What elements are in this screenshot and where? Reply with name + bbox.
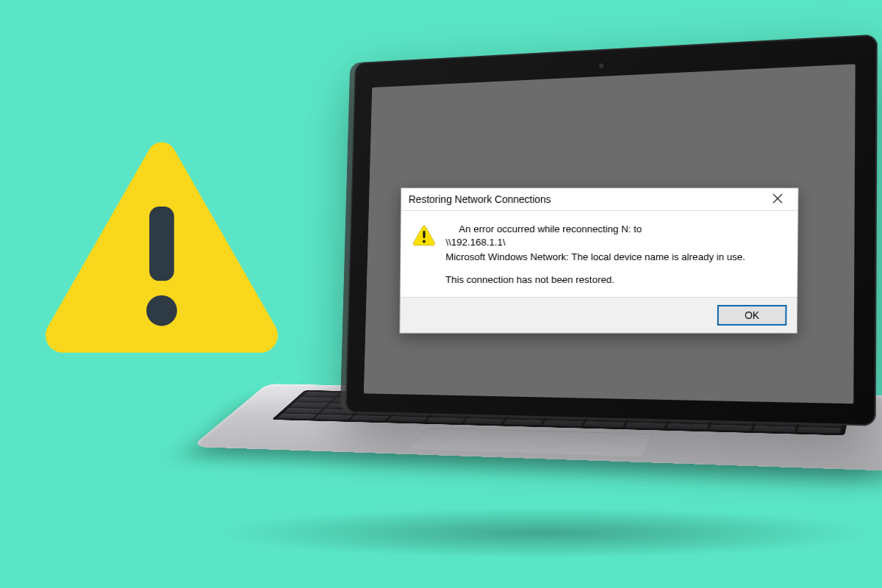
- trackpad: [409, 428, 654, 457]
- error-path: \\192.168.1.1\: [445, 236, 783, 249]
- dialog-footer: OK: [400, 297, 797, 333]
- error-dialog: Restoring Network Connections An error o…: [399, 187, 798, 334]
- dialog-message: An error occurred while reconnecting N: …: [445, 223, 784, 287]
- svg-rect-0: [149, 207, 174, 281]
- svg-rect-4: [423, 231, 425, 238]
- dialog-title: Restoring Network Connections: [409, 193, 551, 205]
- error-detail: Microsoft Windows Network: The local dev…: [445, 251, 783, 264]
- svg-point-5: [423, 240, 426, 243]
- close-icon: [772, 193, 783, 204]
- ok-button[interactable]: OK: [717, 305, 787, 326]
- warning-icon: [412, 223, 437, 287]
- error-summary: This connection has not been restored.: [445, 273, 783, 287]
- svg-point-1: [146, 295, 177, 326]
- dialog-titlebar[interactable]: Restoring Network Connections: [401, 188, 798, 211]
- close-button[interactable]: [763, 193, 792, 206]
- error-line-1: An error occurred while reconnecting N: …: [446, 223, 784, 236]
- camera-icon: [598, 62, 605, 69]
